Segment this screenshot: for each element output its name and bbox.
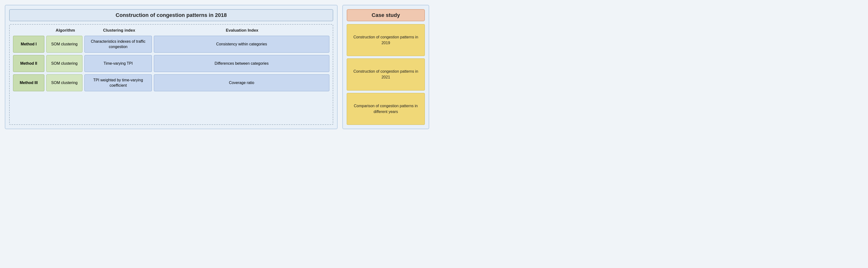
right-item-2: Construction of congestion patterns in 2… (347, 58, 425, 90)
right-item-1: Construction of congestion patterns in 2… (347, 24, 425, 56)
method-3-label: Method III (13, 74, 44, 91)
right-item-3: Comparison of congestion patterns in dif… (347, 93, 425, 125)
table-row: Method III SOM clustering TPI weighted b… (13, 74, 329, 91)
col-header-empty (14, 27, 45, 34)
table-area: Algorithm Clustering index Evaluation In… (9, 24, 333, 125)
col-header-algorithm: Algorithm (47, 27, 84, 34)
table-row: Method I SOM clustering Characteristics … (13, 36, 329, 53)
main-container: Construction of congestion patterns in 2… (5, 5, 429, 129)
right-panel: Case study Construction of congestion pa… (342, 5, 429, 129)
table-body: Method I SOM clustering Characteristics … (13, 36, 329, 91)
clustering-index-1: Characteristics indexes of traffic conge… (84, 36, 152, 53)
col-header-evaluation: Evaluation Index (155, 27, 329, 34)
method-1-label: Method I (13, 36, 44, 53)
evaluation-index-3: Coverage ratio (154, 74, 329, 91)
col-header-clustering: Clustering index (85, 27, 153, 34)
table-row: Method II SOM clustering Time-varying TP… (13, 55, 329, 72)
algorithm-1: SOM clustering (46, 36, 83, 53)
left-panel-title: Construction of congestion patterns in 2… (9, 9, 333, 21)
right-panel-items: Construction of congestion patterns in 2… (347, 24, 425, 125)
algorithm-2: SOM clustering (46, 55, 83, 72)
left-panel: Construction of congestion patterns in 2… (5, 5, 338, 129)
clustering-index-2: Time-varying TPI (84, 55, 152, 72)
evaluation-index-1: Consistency within categories (154, 36, 329, 53)
algorithm-3: SOM clustering (46, 74, 83, 91)
method-2-label: Method II (13, 55, 44, 72)
evaluation-index-2: Differences between categories (154, 55, 329, 72)
clustering-index-3: TPI weighted by time-varying coefficient (84, 74, 152, 91)
table-header-row: Algorithm Clustering index Evaluation In… (13, 27, 329, 34)
right-panel-title: Case study (347, 9, 425, 21)
